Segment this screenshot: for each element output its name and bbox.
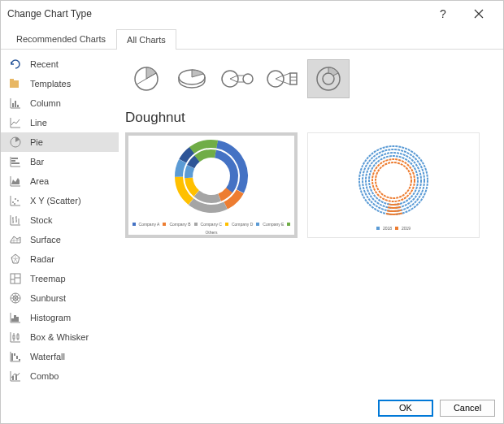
sidebar-item-radar[interactable]: Radar [1,249,119,269]
sidebar-item-label: Histogram [30,313,71,322]
cancel-button[interactable]: Cancel [440,400,495,417]
sidebar-item-pie[interactable]: Pie [1,132,119,152]
sidebar-item-label: Recent [30,59,59,69]
subtype-heading: Doughnut [125,110,492,126]
sidebar-item-treemap[interactable]: Treemap [1,269,119,288]
svg-point-37 [171,136,252,217]
pie-of-pie-icon [219,67,255,91]
svg-rect-21 [11,353,13,361]
radar-icon [9,253,22,266]
stock-icon [9,214,22,227]
tab-all-charts[interactable]: All Charts [116,29,176,50]
pie-subtype-row [125,56,492,102]
svg-rect-24 [19,359,20,361]
sidebar-item-surface[interactable]: Surface [1,230,119,249]
sidebar-item-histogram[interactable]: Histogram [1,308,119,327]
svg-point-54 [376,162,411,198]
svg-rect-6 [11,158,18,159]
sidebar-item-label: Radar [30,254,54,264]
svg-rect-17 [14,315,16,322]
sidebar-item-waterfall[interactable]: Waterfall [1,347,119,366]
templates-icon [9,77,22,90]
svg-rect-19 [13,335,15,339]
preview-chart-icon [171,136,252,217]
sidebar-item-label: Sunburst [30,293,66,303]
treemap-icon [9,272,22,285]
svg-point-11 [17,200,19,201]
sidebar-item-line[interactable]: Line [1,113,119,132]
scatter-icon [9,194,22,207]
svg-rect-26 [15,374,17,380]
sidebar-item-label: Templates [30,79,71,89]
area-icon [9,175,22,188]
sidebar-item-label: Stock [30,215,53,225]
sidebar-item-templates[interactable]: Templates [1,74,119,93]
svg-rect-16 [11,318,14,322]
subtype-pie[interactable] [125,59,167,98]
chart-type-sidebar: Recent Templates Column Line Pie Bar Are… [1,50,119,394]
histogram-icon [9,311,22,324]
svg-rect-20 [17,335,19,339]
preview-doughnut-2[interactable]: 2018 2019 [307,132,480,238]
column-icon [9,97,22,110]
sidebar-item-box-whisker[interactable]: Box & Whisker [1,327,119,347]
sidebar-item-label: Treemap [30,274,66,283]
sidebar-item-label: Bar [30,157,44,167]
svg-rect-2 [12,103,14,107]
svg-rect-23 [16,356,18,359]
svg-point-38 [171,136,252,217]
preview-doughnut-1[interactable]: Company A Company B Company C Company D … [125,132,298,238]
preview-legend: 2018 2019 [376,226,411,231]
sidebar-item-label: Combo [30,371,59,381]
help-button[interactable]: ? [425,2,461,25]
svg-point-10 [15,198,16,200]
svg-point-56 [355,142,431,218]
svg-point-40 [171,136,252,217]
svg-point-51 [366,153,421,208]
svg-rect-7 [11,160,15,162]
sidebar-item-label: Column [30,98,61,108]
sidebar-item-sunburst[interactable]: Sunburst [1,288,119,308]
sidebar-item-scatter[interactable]: X Y (Scatter) [1,191,119,210]
sidebar-item-label: Surface [30,235,61,244]
box-whisker-icon [9,331,22,344]
subtype-bar-of-pie[interactable] [262,59,304,98]
sidebar-item-label: Pie [30,137,43,147]
pie-2d-icon [132,64,161,93]
surface-icon [9,233,22,246]
svg-point-41 [171,136,252,217]
pie-3d-icon [176,67,208,91]
sidebar-item-label: X Y (Scatter) [30,196,81,206]
svg-point-12 [14,203,15,205]
svg-point-30 [243,74,253,84]
preview-chart-icon [353,140,434,221]
sidebar-item-column[interactable]: Column [1,93,119,113]
svg-rect-1 [10,79,14,81]
close-icon [474,9,484,19]
pie-icon [9,136,22,149]
sidebar-item-combo[interactable]: Combo [1,366,119,386]
bar-of-pie-icon [265,67,301,91]
svg-rect-3 [15,101,16,107]
sidebar-item-recent[interactable]: Recent [1,54,119,74]
sidebar-item-area[interactable]: Area [1,171,119,191]
sidebar-item-bar[interactable]: Bar [1,152,119,171]
subtype-pie-3d[interactable] [171,59,213,98]
close-button[interactable] [461,2,497,25]
subtype-doughnut[interactable] [307,59,350,98]
sidebar-item-stock[interactable]: Stock [1,210,119,230]
subtype-pie-of-pie[interactable] [216,59,259,98]
doughnut-icon [314,64,343,93]
dialog-title: Change Chart Type [7,8,425,19]
bar-icon [9,155,22,168]
svg-rect-22 [14,353,15,356]
sidebar-item-label: Waterfall [30,352,65,361]
svg-rect-8 [11,162,20,164]
svg-point-9 [12,201,14,203]
ok-button[interactable]: OK [378,400,433,417]
preview-legend: Company A Company B Company C Company D … [128,222,294,235]
svg-point-53 [372,159,415,201]
waterfall-icon [9,350,22,363]
sidebar-item-label: Line [30,118,47,128]
tab-recommended[interactable]: Recommended Charts [6,28,116,49]
